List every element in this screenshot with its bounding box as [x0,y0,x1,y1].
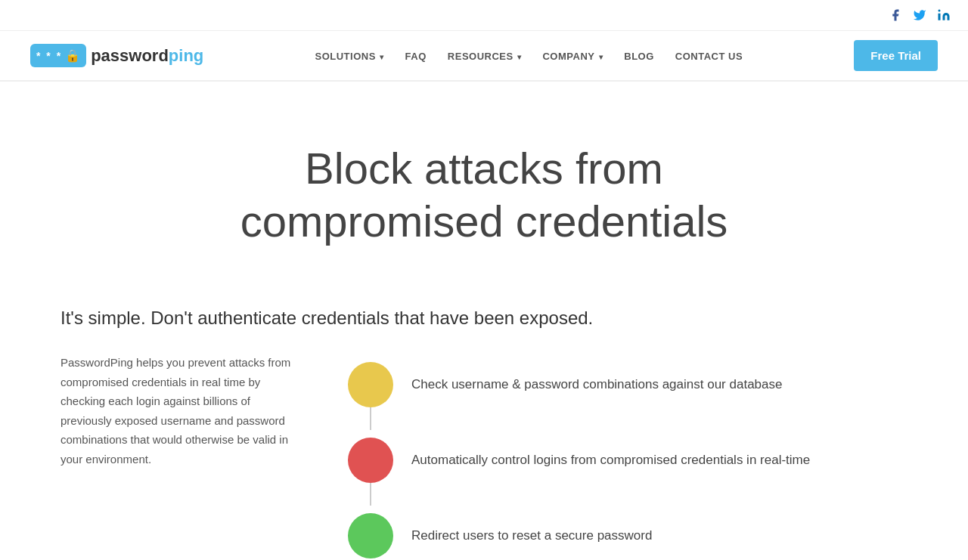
dropdown-chevron: ▾ [515,53,522,61]
nav-link-company[interactable]: COMPANY ▾ [542,51,603,62]
dropdown-chevron: ▾ [596,53,603,61]
feature-text-1: Check username & password combinations a… [411,377,782,392]
logo-ping: ping [169,46,203,65]
circle-green [348,513,393,558]
content-section: It's simple. Don't authenticate credenti… [0,292,968,560]
connector-1 [370,407,371,430]
hero-headline-line2: compromised credentials [240,196,728,246]
logo-asterisks: * * * [36,50,62,62]
nav-item-resources[interactable]: RESOURCES ▾ [448,49,522,63]
feature-item-2: Automatically control logins from compro… [348,429,908,492]
facebook-icon[interactable] [886,6,904,24]
nav-link-blog[interactable]: BLOG [624,51,654,62]
feature-item-1: Check username & password combinations a… [348,353,908,416]
description-text: PasswordPing helps you prevent attacks f… [60,353,302,469]
nav-item-contact[interactable]: CONTACT US [675,49,743,63]
social-bar [0,0,968,31]
linkedin-icon[interactable] [935,6,953,24]
nav-item-company[interactable]: COMPANY ▾ [542,49,603,63]
circle-red [348,438,393,483]
hero-headline-line1: Block attacks from [305,144,663,193]
description-col: PasswordPing helps you prevent attacks f… [60,353,302,469]
nav-item-solutions[interactable]: SOLUTIONS ▾ [315,49,383,63]
section-subtitle: It's simple. Don't authenticate credenti… [60,308,908,329]
logo-word: password [91,46,169,65]
nav-label-faq: FAQ [405,51,427,62]
nav-links: SOLUTIONS ▾ FAQ RESOURCES ▾ COMPANY ▾ BL… [315,49,743,63]
nav-item-blog[interactable]: BLOG [624,49,654,63]
feature-item-3: Redirect users to reset a secure passwor… [348,504,908,560]
feature-text-3: Redirect users to reset a secure passwor… [411,528,652,543]
nav-link-contact[interactable]: CONTACT US [675,51,743,62]
logo[interactable]: * * * 🔒 passwordping [30,44,203,67]
nav-item-faq[interactable]: FAQ [405,49,427,63]
logo-text: passwordping [91,46,203,66]
connector-2 [370,483,371,506]
nav-link-solutions[interactable]: SOLUTIONS ▾ [315,51,383,62]
features-col: Check username & password combinations a… [348,353,908,560]
navbar: * * * 🔒 passwordping SOLUTIONS ▾ FAQ RES… [0,31,968,82]
nav-link-faq[interactable]: FAQ [405,51,427,62]
nav-label-company: COMPANY [542,51,594,62]
nav-label-resources: RESOURCES [448,51,513,62]
hero-section: Block attacks from compromised credentia… [0,82,968,292]
dropdown-chevron: ▾ [377,53,384,61]
hero-headline: Block attacks from compromised credentia… [182,142,786,247]
logo-badge: * * * 🔒 [30,44,86,67]
nav-label-blog: BLOG [624,51,654,62]
free-trial-button[interactable]: Free Trial [854,40,938,71]
two-col-layout: PasswordPing helps you prevent attacks f… [60,353,908,560]
circle-yellow [348,362,393,407]
nav-label-solutions: SOLUTIONS [315,51,375,62]
nav-label-contact: CONTACT US [675,51,743,62]
lock-icon: 🔒 [65,48,80,63]
svg-point-0 [939,10,941,12]
feature-text-2: Automatically control logins from compro… [411,453,810,468]
nav-link-resources[interactable]: RESOURCES ▾ [448,51,522,62]
feature-list: Check username & password combinations a… [348,353,908,560]
twitter-icon[interactable] [911,6,929,24]
